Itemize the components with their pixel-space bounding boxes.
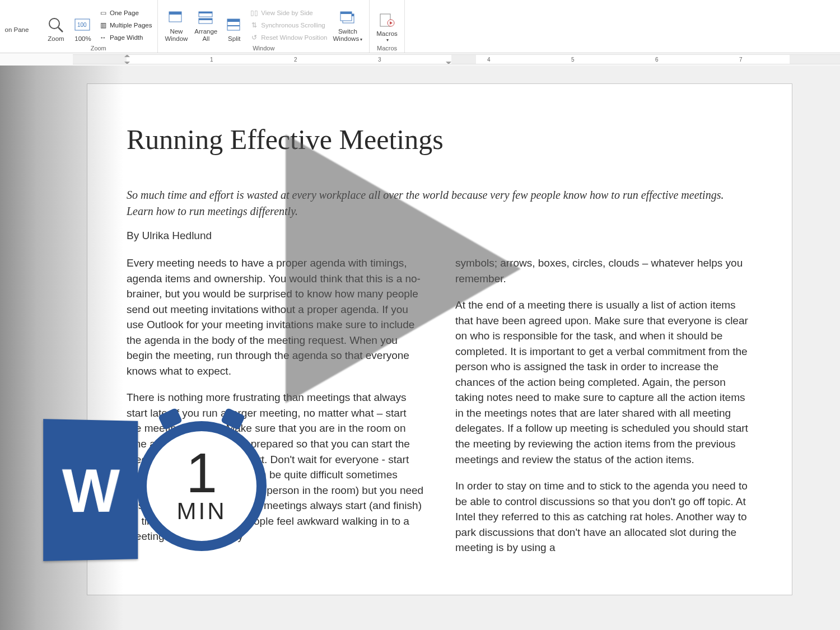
hanging-indent-marker[interactable] (124, 62, 130, 64)
multiple-pages-button[interactable]: ▥ Multiple Pages (96, 19, 154, 31)
document-scroll-area[interactable]: Running Effective Meetings So much time … (0, 66, 840, 630)
horizontal-ruler[interactable]: 1 2 3 4 5 6 7 (73, 54, 840, 64)
sync-scroll-label: Synchronous Scrolling (261, 22, 325, 29)
sync-scroll-icon: ⇅ (250, 21, 259, 30)
document-paragraph[interactable]: Every meeting needs to have a proper age… (127, 255, 424, 379)
document-paragraph[interactable]: symbols; arrows, boxes, circles, clouds … (455, 255, 753, 286)
svg-point-0 (49, 18, 59, 29)
zoom-label: Zoom (48, 35, 64, 43)
switch-windows-label-1: Switch (338, 28, 357, 35)
ruler-mark: 3 (378, 57, 381, 63)
svg-rect-16 (340, 12, 352, 14)
document-body[interactable]: Every meeting needs to have a proper age… (127, 255, 753, 561)
arrange-all-button[interactable]: Arrange All (191, 8, 221, 44)
synchronous-scrolling-button[interactable]: ⇅ Synchronous Scrolling (248, 19, 329, 31)
right-indent-marker[interactable] (446, 62, 451, 64)
svg-text:100: 100 (77, 22, 87, 28)
svg-rect-11 (227, 19, 240, 22)
zoom-button[interactable]: Zoom (43, 15, 69, 44)
split-button[interactable]: Split (221, 15, 248, 44)
zoom-100-icon: 100 (74, 16, 92, 34)
page-width-icon: ↔ (99, 33, 108, 42)
switch-windows-label-2: Windows (333, 35, 360, 42)
macros-icon (378, 11, 396, 29)
split-icon (225, 16, 243, 34)
arrange-all-icon (197, 9, 215, 27)
one-page-label: One Page (110, 10, 139, 16)
magnifier-icon (47, 16, 65, 34)
view-side-label: View Side by Side (261, 10, 312, 16)
switch-windows-button[interactable]: Switch Windows▾ (330, 8, 366, 44)
ruler-mark: 1 (210, 57, 213, 63)
ribbon-group-macros: Macros ▾ Macros (370, 0, 405, 53)
view-side-by-side-button[interactable]: ▯▯ View Side by Side (248, 7, 329, 19)
ribbon-group-zoom: Zoom 100 100% ▭ One Page ▥ Multiple Page… (39, 0, 158, 53)
ruler-mark: 4 (487, 57, 491, 63)
document-paragraph[interactable]: In order to stay on time and to stick to… (455, 478, 753, 556)
page-width-label: Page Width (110, 34, 143, 41)
document-intro[interactable]: So much time and effort is wasted at eve… (127, 187, 753, 220)
page-width-button[interactable]: ↔ Page Width (96, 31, 154, 44)
ribbon-view-tab: Zoom 100 100% ▭ One Page ▥ Multiple Page… (0, 0, 840, 53)
chevron-down-icon: ▾ (386, 38, 389, 43)
one-page-button[interactable]: ▭ One Page (96, 7, 154, 19)
svg-rect-7 (199, 12, 212, 13)
zoom-100-label: 100% (74, 35, 91, 43)
navigation-pane-label-fragment: on Pane (0, 0, 34, 36)
new-window-icon (167, 9, 185, 27)
macros-label: Macros (376, 30, 398, 38)
split-label: Split (228, 35, 240, 43)
macros-group-label: Macros (377, 45, 397, 52)
switch-windows-icon (339, 9, 357, 27)
ruler-mark: 5 (571, 57, 575, 63)
reset-pos-label: Reset Window Position (261, 34, 327, 41)
arrange-all-label-1: Arrange (194, 28, 217, 35)
new-window-button[interactable]: New Window (161, 8, 191, 44)
ruler-mark: 2 (294, 57, 297, 63)
zoom-100-button[interactable]: 100 100% (69, 15, 96, 44)
reset-pos-icon: ↺ (250, 33, 259, 42)
svg-rect-9 (199, 18, 212, 20)
macros-button[interactable]: Macros ▾ (373, 10, 401, 44)
arrange-all-label-2: All (202, 35, 209, 43)
multiple-pages-icon: ▥ (99, 21, 108, 30)
reset-window-position-button[interactable]: ↺ Reset Window Position (248, 31, 329, 44)
multiple-pages-label: Multiple Pages (110, 22, 152, 29)
ruler-mark: 6 (655, 57, 659, 63)
ribbon-group-window: New Window Arrange All Split ▯▯ View Si (158, 0, 370, 53)
side-by-side-icon: ▯▯ (250, 8, 259, 17)
document-paragraph[interactable]: There is nothing more frustrating than m… (127, 390, 424, 544)
first-line-indent-marker[interactable] (124, 54, 130, 57)
svg-line-1 (58, 27, 63, 32)
svg-rect-5 (169, 12, 181, 15)
new-window-label-1: New (170, 28, 183, 35)
zoom-group-label: Zoom (91, 45, 106, 52)
window-group-label: Window (253, 45, 274, 52)
horizontal-ruler-area: 1 2 3 4 5 6 7 (0, 53, 840, 66)
document-byline[interactable]: By Ulrika Hedlund (127, 230, 753, 242)
chevron-down-icon: ▾ (360, 37, 362, 42)
document-title[interactable]: Running Effective Meetings (127, 123, 753, 156)
new-window-label-2: Window (165, 35, 188, 43)
one-page-icon: ▭ (99, 8, 108, 17)
document-page[interactable]: Running Effective Meetings So much time … (87, 83, 792, 595)
ruler-mark: 7 (739, 57, 743, 63)
document-paragraph[interactable]: At the end of a meeting there is usually… (455, 297, 753, 467)
